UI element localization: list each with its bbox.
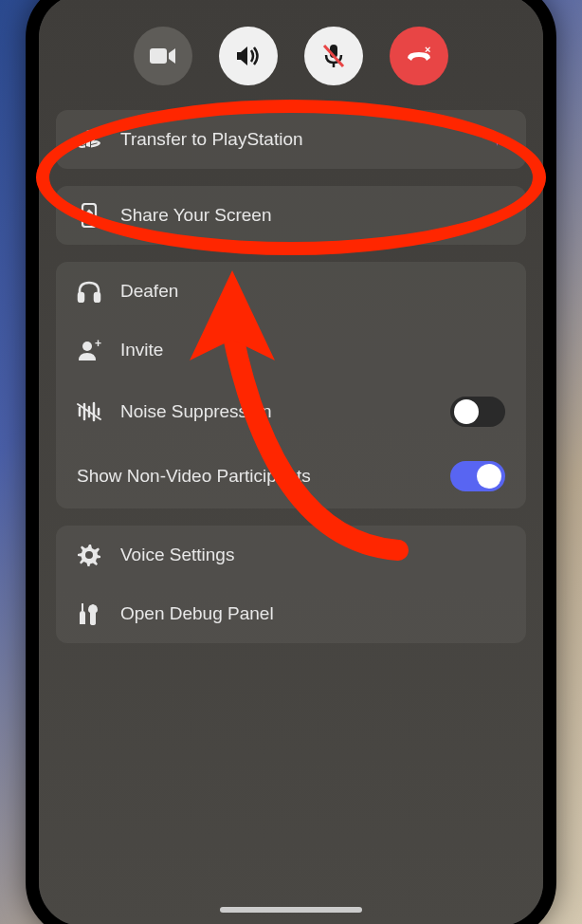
debug-panel-item[interactable]: Open Debug Panel xyxy=(56,584,526,643)
mic-muted-icon xyxy=(322,44,345,68)
voice-settings-item[interactable]: Voice Settings xyxy=(56,526,526,584)
debug-panel-label: Open Debug Panel xyxy=(120,603,505,624)
playstation-icon xyxy=(77,127,101,152)
share-screen-label: Share Your Screen xyxy=(120,205,505,226)
video-button[interactable] xyxy=(134,27,192,85)
svg-point-8 xyxy=(82,342,92,351)
svg-text:×: × xyxy=(425,45,430,55)
share-screen-icon xyxy=(77,203,101,228)
transfer-playstation-item[interactable]: Transfer to PlayStation ✦ xyxy=(56,110,526,169)
wrench-icon xyxy=(77,601,101,626)
menu-group-audio: Deafen + Invite Noise Suppression Show N… xyxy=(56,262,526,508)
sparkle-icon: ✦ xyxy=(489,128,505,151)
noise-suppression-item[interactable]: Noise Suppression xyxy=(56,379,526,444)
transfer-label: Transfer to PlayStation xyxy=(120,129,470,150)
speaker-button[interactable] xyxy=(219,27,278,85)
mute-button[interactable] xyxy=(304,27,363,85)
toggle-knob xyxy=(454,399,479,424)
phone-hangup-icon: × xyxy=(405,45,433,67)
deafen-item[interactable]: Deafen xyxy=(56,262,526,321)
svg-text:+: + xyxy=(95,340,101,350)
menu-group-settings: Voice Settings Open Debug Panel xyxy=(56,526,526,643)
deafen-label: Deafen xyxy=(120,281,505,302)
noise-suppression-toggle[interactable] xyxy=(450,397,505,427)
invite-label: Invite xyxy=(120,340,505,360)
headphones-icon xyxy=(77,279,101,304)
noise-suppression-label: Noise Suppression xyxy=(120,401,431,422)
menu-group-transfer: Transfer to PlayStation ✦ xyxy=(56,110,526,169)
show-nonvideo-toggle[interactable] xyxy=(450,461,505,491)
svg-rect-0 xyxy=(150,48,167,64)
invite-item[interactable]: + Invite xyxy=(56,321,526,379)
menu-group-share: Share Your Screen xyxy=(56,186,526,245)
svg-rect-7 xyxy=(95,293,100,302)
app-screen: × Transfer to PlayStation ✦ Share Your S… xyxy=(39,0,543,924)
voice-settings-label: Voice Settings xyxy=(120,545,505,565)
call-action-bar: × xyxy=(48,13,534,110)
hangup-button[interactable]: × xyxy=(390,27,448,85)
home-indicator[interactable] xyxy=(220,907,362,913)
toggle-knob xyxy=(477,464,501,489)
video-icon xyxy=(150,46,176,65)
noise-icon xyxy=(77,399,101,424)
gear-icon xyxy=(77,543,101,567)
share-screen-item[interactable]: Share Your Screen xyxy=(56,186,526,245)
show-nonvideo-label: Show Non-Video Participants xyxy=(77,466,431,487)
svg-rect-6 xyxy=(79,293,83,302)
show-nonvideo-item[interactable]: Show Non-Video Participants xyxy=(56,444,526,508)
phone-frame: × Transfer to PlayStation ✦ Share Your S… xyxy=(26,0,556,924)
person-plus-icon: + xyxy=(77,338,101,362)
speaker-icon xyxy=(235,45,262,67)
